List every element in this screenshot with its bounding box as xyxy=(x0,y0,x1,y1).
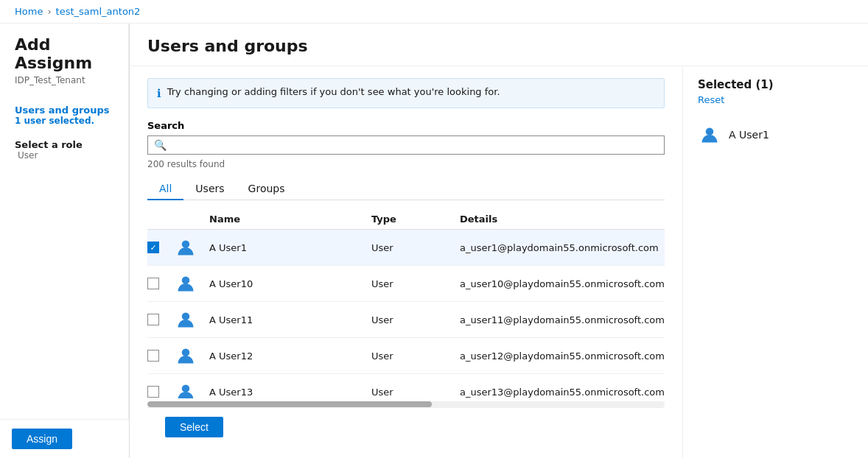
app-container: Home › test_saml_anton2 Add Assignm IDP_… xyxy=(0,0,868,458)
col-header-avatar xyxy=(174,214,209,225)
modal-body: ℹ Try changing or adding filters if you … xyxy=(130,66,868,458)
table-row[interactable]: A User11 User a_user11@playdomain55.onmi… xyxy=(147,302,665,338)
tab-users[interactable]: Users xyxy=(183,178,236,200)
row-checkbox-1[interactable] xyxy=(147,278,159,289)
tab-groups[interactable]: Groups xyxy=(237,178,297,200)
row-checkbox-0[interactable] xyxy=(147,242,159,253)
nav-users-selected: 1 user selected. xyxy=(15,116,113,126)
tenant-label: IDP_Test_Tenant xyxy=(15,75,113,85)
main-content: Add Assignm IDP_Test_Tenant Users and gr… xyxy=(0,24,868,458)
col-header-type: Type xyxy=(371,214,460,225)
selected-user-item: A User1 🗑 xyxy=(698,117,868,152)
row-details-4: a_user13@playdomain55.onmicrosoft.com xyxy=(460,387,665,398)
svg-point-6 xyxy=(706,127,714,135)
row-name-3: A User12 xyxy=(209,350,371,362)
selected-panel: Selected (1) Reset A User1 🗑 xyxy=(682,66,868,458)
sidebar-item-users-groups[interactable]: Users and groups 1 user selected. xyxy=(15,100,113,130)
col-header-checkbox xyxy=(147,214,174,225)
modal-title: Users and groups xyxy=(147,37,308,55)
table-row[interactable]: A User1 User a_user1@playdomain55.onmicr… xyxy=(147,230,665,266)
row-name-1: A User10 xyxy=(209,278,371,289)
search-icon: 🔍 xyxy=(154,139,167,151)
row-details-1: a_user10@playdomain55.onmicrosoft.com xyxy=(460,278,665,289)
modal-left: ℹ Try changing or adding filters if you … xyxy=(130,66,682,458)
row-type-4: User xyxy=(371,387,460,398)
user-table: Name Type Details xyxy=(147,209,665,398)
row-type-1: User xyxy=(371,278,460,289)
breadcrumb-sep: › xyxy=(47,6,51,17)
nav-users-groups-label: Users and groups xyxy=(15,105,113,116)
row-type-3: User xyxy=(371,350,460,362)
modal-header: Users and groups × xyxy=(130,24,868,66)
search-input[interactable] xyxy=(171,139,658,151)
nav-role-value: User xyxy=(15,150,113,161)
row-name-2: A User11 xyxy=(209,314,371,325)
info-icon: ℹ xyxy=(157,87,161,100)
table-row[interactable]: A User10 User a_user10@playdomain55.onmi… xyxy=(147,266,665,302)
selected-header: Selected (1) xyxy=(698,78,868,91)
modal-overlay: Users and groups × ℹ Try changing or add… xyxy=(129,24,868,458)
search-box: 🔍 xyxy=(147,135,665,155)
sidebar-item-select-role[interactable]: Select a role User xyxy=(15,139,113,161)
row-checkbox-3[interactable] xyxy=(147,350,159,362)
assign-button[interactable]: Assign xyxy=(12,429,72,449)
row-name-4: A User13 xyxy=(209,387,371,398)
row-details-2: a_user11@playdomain55.onmicrosoft.com xyxy=(460,314,665,325)
selected-user-avatar xyxy=(698,123,721,147)
left-panel: Add Assignm IDP_Test_Tenant Users and gr… xyxy=(0,24,129,458)
reset-link[interactable]: Reset xyxy=(698,94,868,105)
info-banner: ℹ Try changing or adding filters if you … xyxy=(147,78,665,108)
info-text: Try changing or adding filters if you do… xyxy=(167,86,500,97)
user-avatar-1 xyxy=(174,272,197,295)
breadcrumb: Home › test_saml_anton2 xyxy=(0,0,868,24)
search-label: Search xyxy=(147,120,665,131)
user-avatar-4 xyxy=(174,380,197,398)
row-details-0: a_user1@playdomain55.onmicrosoft.com xyxy=(460,242,665,253)
row-checkbox-2[interactable] xyxy=(147,314,159,325)
row-type-2: User xyxy=(371,314,460,325)
tab-bar: All Users Groups xyxy=(147,178,665,200)
selected-user-name: A User1 xyxy=(729,129,868,141)
nav-select-role-label: Select a role xyxy=(15,139,113,150)
svg-point-2 xyxy=(182,312,190,320)
col-header-details: Details xyxy=(460,214,665,225)
results-count: 200 results found xyxy=(147,159,665,169)
svg-point-1 xyxy=(182,276,190,284)
table-header: Name Type Details xyxy=(147,209,665,230)
scrollbar-thumb xyxy=(147,401,432,407)
table-row[interactable]: A User13 User a_user13@playdomain55.onmi… xyxy=(147,374,665,398)
table-row[interactable]: A User12 User a_user12@playdomain55.onmi… xyxy=(147,338,665,374)
svg-point-3 xyxy=(182,348,190,356)
select-button[interactable]: Select xyxy=(165,417,223,437)
page-title: Add Assignm xyxy=(15,35,113,72)
row-details-3: a_user12@playdomain55.onmicrosoft.com xyxy=(460,350,665,362)
breadcrumb-app[interactable]: test_saml_anton2 xyxy=(56,6,141,17)
svg-point-4 xyxy=(182,384,190,392)
user-avatar-2 xyxy=(174,308,197,331)
row-name-0: A User1 xyxy=(209,242,371,253)
modal-panel: Users and groups × ℹ Try changing or add… xyxy=(129,24,868,458)
col-header-name: Name xyxy=(209,214,371,225)
svg-point-0 xyxy=(182,240,190,248)
row-checkbox-4[interactable] xyxy=(147,386,159,398)
horizontal-scrollbar[interactable] xyxy=(147,401,665,407)
row-type-0: User xyxy=(371,242,460,253)
breadcrumb-home[interactable]: Home xyxy=(15,6,43,17)
user-avatar-0 xyxy=(174,236,197,259)
user-avatar-3 xyxy=(174,344,197,367)
tab-all[interactable]: All xyxy=(147,178,183,200)
modal-bottom: Select xyxy=(147,407,665,446)
